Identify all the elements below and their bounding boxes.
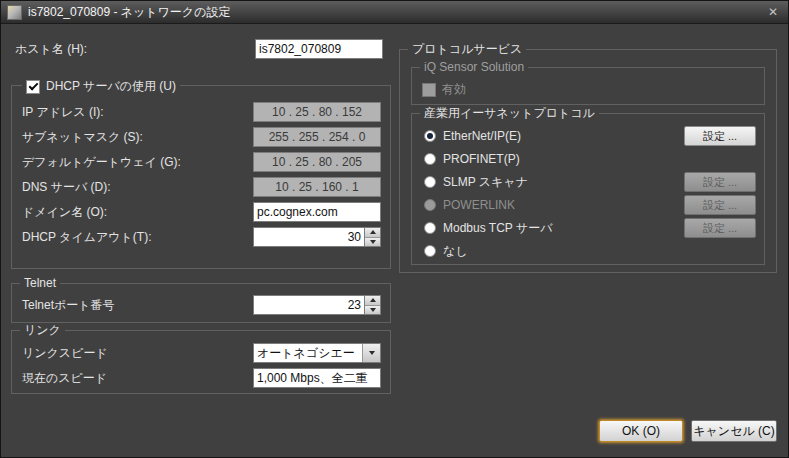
modbus-config-button: 設定 ... [684,218,756,238]
protocol-option-modbus[interactable]: Modbus TCP サーバ 設定 ... [424,218,756,238]
network-settings-dialog: is7802_070809 - ネットワークの設定 ✕ ホスト名 (H): is… [0,0,789,458]
dhcp-group: DHCP サーバの使用 (U) IP アドレス (I): 10 . 25 . 8… [11,85,391,269]
telnet-port-label: Telnetポート番号 [22,297,115,314]
dhcp-timeout-row: DHCP タイムアウト(T): 30 [22,227,381,247]
domain-name-row: ドメイン名 (O): pc.cognex.com [22,202,381,222]
subnet-mask-row: サブネットマスク (S): 255 . 255 . 254 . 0 [22,127,381,147]
current-speed-value: 1,000 Mbps、全二重 [253,368,381,388]
modbus-label: Modbus TCP サーバ [443,220,553,237]
window-title: is7802_070809 - ネットワークの設定 [28,4,230,21]
link-speed-row: リンクスピード オートネゴシエー [22,343,381,363]
dhcp-checkbox-label: DHCP サーバの使用 (U) [46,78,176,95]
industrial-protocol-group: 産業用イーサネットプロトコル EtherNet/IP(E) 設定 ... PRO… [411,113,765,265]
link-group-title: リンク [20,323,65,337]
cancel-button[interactable]: キャンセル (C) [691,420,777,442]
none-label: なし [443,243,468,260]
ok-button[interactable]: OK (O) [599,420,683,442]
dhcp-timeout-label: DHCP タイムアウト(T): [22,229,151,246]
link-speed-label: リンクスピード [22,345,108,362]
industrial-protocol-title: 産業用イーサネットプロトコル [420,106,599,120]
ethernet-ip-label: EtherNet/IP(E) [443,129,521,143]
ip-address-label: IP アドレス (I): [22,104,104,121]
powerlink-label: POWERLINK [443,198,515,212]
ethernet-ip-config-button[interactable]: 設定 ... [684,126,756,146]
iq-enable-checkbox [422,83,436,97]
subnet-mask-input: 255 . 255 . 254 . 0 [253,127,381,147]
protocol-option-none[interactable]: なし [424,241,756,261]
iq-sensor-group: iQ Sensor Solution 有効 [411,67,765,105]
subnet-mask-label: サブネットマスク (S): [22,129,143,146]
telnet-port-stepper[interactable] [364,295,381,315]
profinet-radio[interactable] [424,153,436,165]
app-icon [7,5,22,20]
spinner-up-icon[interactable] [365,296,380,306]
hostname-row: ホスト名 (H): is7802_070809 [15,39,383,59]
none-radio[interactable] [424,245,436,257]
default-gateway-row: デフォルトゲートウェイ (G): 10 . 25 . 80 . 205 [22,152,381,172]
dns-server-input: 10 . 25 . 160 . 1 [253,177,381,197]
dns-server-row: DNS サーバ (D): 10 . 25 . 160 . 1 [22,177,381,197]
title-bar[interactable]: is7802_070809 - ネットワークの設定 ✕ [1,1,788,24]
current-speed-label: 現在のスピード [22,370,107,387]
dns-server-label: DNS サーバ (D): [22,179,111,196]
default-gateway-label: デフォルトゲートウェイ (G): [22,154,181,171]
link-speed-dropdown[interactable]: オートネゴシエー [253,343,381,363]
powerlink-config-button: 設定 ... [684,195,756,215]
profinet-label: PROFINET(P) [443,152,520,166]
spinner-down-icon[interactable] [365,306,380,315]
slmp-label: SLMP スキャナ [443,174,528,191]
chevron-down-icon[interactable] [362,344,380,362]
close-icon[interactable]: ✕ [764,5,782,19]
hostname-label: ホスト名 (H): [15,41,87,58]
default-gateway-input: 10 . 25 . 80 . 205 [253,152,381,172]
telnet-port-row: Telnetポート番号 23 [22,295,381,315]
powerlink-radio [424,199,436,211]
spinner-up-icon[interactable] [365,228,380,238]
protocol-option-powerlink: POWERLINK 設定 ... [424,195,756,215]
spinner-down-icon[interactable] [365,238,380,247]
telnet-group-title: Telnet [20,276,60,290]
ip-address-input: 10 . 25 . 80 . 152 [253,102,381,122]
link-group: リンク リンクスピード オートネゴシエー 現在のスピード 1,000 Mbps、… [11,330,391,394]
modbus-radio[interactable] [424,222,436,234]
ip-address-row: IP アドレス (I): 10 . 25 . 80 . 152 [22,102,381,122]
link-speed-value: オートネゴシエー [254,344,362,362]
protocol-option-slmp[interactable]: SLMP スキャナ 設定 ... [424,172,756,192]
dhcp-timeout-input[interactable]: 30 [253,227,364,247]
domain-name-label: ドメイン名 (O): [22,204,107,221]
iq-sensor-title: iQ Sensor Solution [420,60,528,74]
protocol-option-ethernet-ip[interactable]: EtherNet/IP(E) 設定 ... [424,126,756,146]
telnet-group: Telnet Telnetポート番号 23 [11,283,391,323]
protocol-services-title: プロトコルサービス [408,42,526,56]
hostname-input[interactable]: is7802_070809 [255,39,383,59]
dhcp-checkbox[interactable] [26,80,40,94]
ethernet-ip-radio[interactable] [424,130,436,142]
dhcp-timeout-stepper[interactable] [364,227,381,247]
current-speed-row: 現在のスピード 1,000 Mbps、全二重 [22,368,381,388]
iq-enable-label: 有効 [442,81,466,98]
telnet-port-input[interactable]: 23 [253,295,364,315]
dhcp-checkbox-row[interactable]: DHCP サーバの使用 (U) [22,78,180,95]
domain-name-input[interactable]: pc.cognex.com [253,202,381,222]
slmp-radio[interactable] [424,176,436,188]
protocol-option-profinet[interactable]: PROFINET(P) [424,149,756,169]
slmp-config-button: 設定 ... [684,172,756,192]
